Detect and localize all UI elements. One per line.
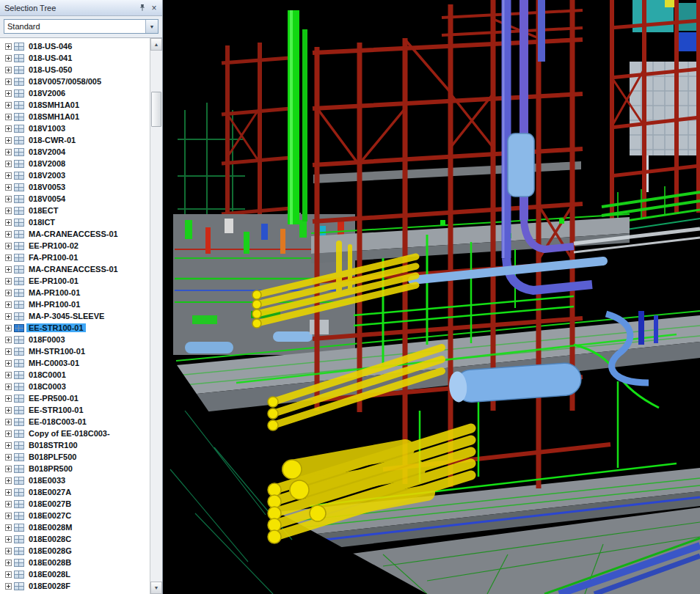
tree-item[interactable]: 018V0054 [5,193,150,205]
tree-item[interactable]: 018E0028B [5,557,150,568]
tree-item[interactable]: 018C0001 [5,369,150,381]
expand-plus-icon[interactable] [5,243,12,249]
expand-plus-icon[interactable] [5,337,12,343]
close-icon[interactable]: × [148,2,160,13]
tree-item[interactable]: 018-US-046 [5,40,150,52]
tree-item[interactable]: 018E0033 [5,474,150,486]
panel-title-bar[interactable]: Selection Tree × [0,0,162,16]
expand-plus-icon[interactable] [5,208,12,214]
tree-item[interactable]: 018E0028C [5,533,150,545]
tree-item[interactable]: 018-CWR-01 [5,134,150,146]
expand-plus-icon[interactable] [5,466,12,472]
tree-item[interactable]: MA-CRANEACCESS-01 [5,228,150,240]
tree-item[interactable]: MH-STR100-01 [5,345,150,357]
expand-plus-icon[interactable] [5,184,12,191]
expand-plus-icon[interactable] [5,313,12,320]
scroll-up-icon[interactable]: ▲ [150,38,162,51]
tree-item[interactable]: FA-PR100-01 [5,252,150,263]
tree-item[interactable]: 018ICT [5,216,150,228]
expand-plus-icon[interactable] [5,501,12,507]
tree-item[interactable]: B018PLF500 [5,451,150,463]
expand-plus-icon[interactable] [5,536,12,543]
expand-plus-icon[interactable] [5,102,12,109]
tree-item[interactable]: 018SMH1A01 [5,99,150,111]
expand-plus-icon[interactable] [5,360,12,367]
tree-item[interactable]: EE-STR100-01 [5,322,150,334]
tree-item[interactable]: Copy of EE-018C003- [5,428,150,439]
expand-plus-icon[interactable] [5,125,12,132]
expand-plus-icon[interactable] [5,571,12,578]
expand-plus-icon[interactable] [5,301,12,308]
expand-plus-icon[interactable] [5,90,12,97]
expand-plus-icon[interactable] [5,325,12,331]
tree-item[interactable]: 018E0028L [5,568,150,580]
viewport-3d[interactable] [163,0,700,594]
expand-plus-icon[interactable] [5,489,12,496]
expand-plus-icon[interactable] [5,560,12,566]
expand-plus-icon[interactable] [5,161,12,167]
expand-plus-icon[interactable] [5,196,12,202]
tree-item[interactable]: EE-PR100-02 [5,240,150,252]
expand-plus-icon[interactable] [5,254,12,261]
scrollbar-track[interactable] [150,51,162,582]
tree-item[interactable]: 018V2003 [5,169,150,181]
scrollbar-thumb[interactable] [151,92,161,127]
tree-item[interactable]: 018E0028F [5,580,150,592]
expand-plus-icon[interactable] [5,55,12,62]
expand-plus-icon[interactable] [5,290,12,296]
expand-plus-icon[interactable] [5,43,12,50]
tree-item[interactable]: MH-C0003-01 [5,357,150,369]
expand-plus-icon[interactable] [5,454,12,461]
expand-plus-icon[interactable] [5,583,12,590]
tree-item[interactable]: 018F0003 [5,334,150,345]
tree-item[interactable]: MH-PR100-01 [5,298,150,310]
expand-plus-icon[interactable] [5,419,12,425]
expand-plus-icon[interactable] [5,372,12,378]
expand-plus-icon[interactable] [5,266,12,273]
tree-item[interactable]: EE-018C003-01 [5,416,150,428]
expand-plus-icon[interactable] [5,137,12,144]
tree-item[interactable]: 018-US-050 [5,64,150,76]
pin-icon[interactable] [136,2,148,13]
expand-plus-icon[interactable] [5,395,12,402]
tree-item[interactable]: EE-STR100-01 [5,404,150,416]
tree-item[interactable]: 018E0028M [5,521,150,533]
tree-item[interactable]: 018V2006 [5,87,150,99]
tree-item[interactable]: 018V2004 [5,146,150,158]
expand-plus-icon[interactable] [5,407,12,414]
tree-item[interactable]: 018SMH1A01 [5,111,150,122]
expand-plus-icon[interactable] [5,172,12,179]
expand-plus-icon[interactable] [5,149,12,155]
tree-item[interactable]: B018PR500 [5,463,150,474]
tree-item[interactable]: 018ECT [5,205,150,216]
expand-plus-icon[interactable] [5,384,12,390]
tree-item[interactable]: 018C0003 [5,381,150,392]
tree-item[interactable]: MA-PR100-01 [5,287,150,298]
expand-plus-icon[interactable] [5,114,12,120]
tree-item[interactable]: EE-PR100-01 [5,275,150,287]
expand-plus-icon[interactable] [5,524,12,531]
tree-item[interactable]: 018V0057/0058/005 [5,76,150,87]
expand-plus-icon[interactable] [5,430,12,437]
tree-item[interactable]: EE-PR500-01 [5,392,150,404]
tree-item[interactable]: 018V2008 [5,158,150,169]
tree-item[interactable]: 018V0053 [5,181,150,193]
tree-item[interactable]: 018E0027A [5,486,150,498]
expand-plus-icon[interactable] [5,348,12,355]
tree-item[interactable]: 018E0028G [5,545,150,557]
tree-item[interactable]: MA-P-3045-SLEEVE [5,310,150,322]
chevron-down-icon[interactable]: ▼ [145,20,158,33]
tree-item[interactable]: 018-US-041 [5,52,150,64]
expand-plus-icon[interactable] [5,548,12,554]
tree-mode-dropdown[interactable]: Standard ▼ [4,19,158,34]
tree-item[interactable]: 018V1003 [5,122,150,134]
tree-scrollbar[interactable]: ▲ ▼ [150,38,162,594]
tree-item[interactable]: B018STR100 [5,439,150,451]
expand-plus-icon[interactable] [5,231,12,238]
expand-plus-icon[interactable] [5,477,12,484]
expand-plus-icon[interactable] [5,513,12,519]
tree-item[interactable]: 018E0027C [5,510,150,521]
tree-item[interactable]: 018E0027B [5,498,150,510]
expand-plus-icon[interactable] [5,442,12,449]
expand-plus-icon[interactable] [5,67,12,73]
